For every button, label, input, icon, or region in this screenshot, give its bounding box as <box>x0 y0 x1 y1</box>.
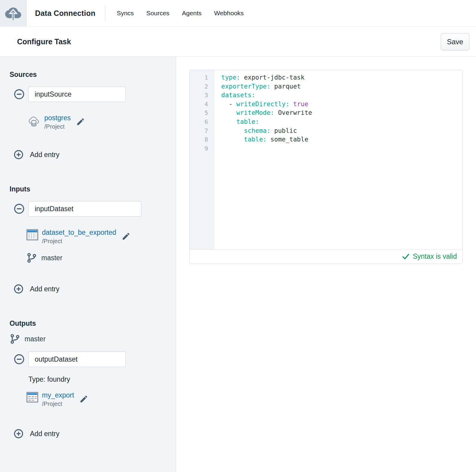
checkmark-icon <box>402 252 410 261</box>
export-dataset-icon <box>26 392 38 403</box>
plus-circle-icon <box>13 428 24 439</box>
source-resource-link[interactable]: postgres <box>44 114 71 122</box>
remove-source-button[interactable] <box>13 88 25 100</box>
dataset-table-icon <box>26 229 38 240</box>
add-source-label: Add entry <box>30 151 59 159</box>
app-logo[interactable] <box>0 0 27 26</box>
output-resource: my_export /Project <box>26 391 176 407</box>
nav-item-syncs[interactable]: Syncs <box>117 10 134 17</box>
edit-input-button[interactable] <box>122 232 131 242</box>
yaml-editor: 1type: export-jdbc-task2exporterType: pa… <box>189 70 463 264</box>
pencil-icon <box>122 232 131 241</box>
line-number: 9 <box>190 144 214 153</box>
input-branch-label: master <box>41 254 62 262</box>
nav-item-agents[interactable]: Agents <box>182 10 201 17</box>
add-input-button[interactable]: Add entry <box>13 284 59 294</box>
code-line: 3datasets: <box>190 91 462 100</box>
input-resource-text: dataset_to_be_exported /Project <box>42 229 116 245</box>
edit-output-button[interactable] <box>79 395 88 404</box>
code-line: 5 writeMode: Overwrite <box>190 109 462 118</box>
yaml-editor-body[interactable]: 1type: export-jdbc-task2exporterType: pa… <box>190 70 462 249</box>
header-divider <box>105 5 105 22</box>
output-type-label: Type: foundry <box>28 375 176 383</box>
line-number: 1 <box>190 73 214 82</box>
git-branch-icon <box>10 334 20 344</box>
editor-status-bar: Syntax is valid <box>190 249 462 264</box>
cloud-upload-icon <box>5 5 21 22</box>
plus-circle-icon <box>13 284 24 294</box>
source-resource-text: postgres /Project <box>44 114 71 130</box>
code-line: 1type: export-jdbc-task <box>190 73 462 82</box>
app-title: Data Connection <box>35 9 95 18</box>
plus-circle-icon <box>13 149 24 160</box>
source-resource-path: /Project <box>44 123 71 130</box>
source-cloud-database-icon <box>26 115 41 128</box>
output-entry-row <box>10 351 176 367</box>
page-title: Configure Task <box>17 37 71 46</box>
syntax-status-text: Syntax is valid <box>413 252 457 261</box>
add-source-button[interactable]: Add entry <box>13 149 59 160</box>
add-output-label: Add entry <box>30 430 59 438</box>
line-number: 3 <box>190 91 214 100</box>
code-line: 8 table: some_table <box>190 135 462 144</box>
code-line-content: writeMode: Overwrite <box>214 109 312 118</box>
code-line-content: table: <box>214 118 259 127</box>
input-entry-row <box>10 201 176 217</box>
output-name-input[interactable] <box>28 351 126 367</box>
minus-circle-icon <box>13 88 25 100</box>
input-resource-path: /Project <box>42 238 116 245</box>
output-branch-label: master <box>25 335 46 343</box>
code-line-content: type: export-jdbc-task <box>214 73 304 82</box>
edit-source-button[interactable] <box>76 117 85 127</box>
inputs-heading: Inputs <box>10 185 176 193</box>
sources-heading: Sources <box>10 71 176 79</box>
remove-output-button[interactable] <box>13 353 25 365</box>
pencil-icon <box>79 395 88 404</box>
code-line: 2exporterType: parquet <box>190 82 462 91</box>
code-line-content <box>214 144 221 153</box>
source-entry-row <box>10 86 176 102</box>
output-resource-path: /Project <box>42 401 74 407</box>
save-button[interactable]: Save <box>441 33 469 50</box>
line-number: 8 <box>190 135 214 144</box>
outputs-heading: Outputs <box>10 319 176 328</box>
minus-circle-icon <box>13 203 25 215</box>
main-panel: 1type: export-jdbc-task2exporterType: pa… <box>176 57 476 472</box>
line-number: 2 <box>190 82 214 91</box>
input-name-input[interactable] <box>28 201 141 217</box>
top-nav: Syncs Sources Agents Webhooks <box>117 10 244 17</box>
code-line-content: table: some_table <box>214 135 308 144</box>
code-lines: 1type: export-jdbc-task2exporterType: pa… <box>190 70 462 153</box>
code-line: 6 table: <box>190 118 462 127</box>
pencil-icon <box>76 117 85 126</box>
app-header: Data Connection Syncs Sources Agents Web… <box>0 0 476 27</box>
line-number: 5 <box>190 109 214 118</box>
minus-circle-icon <box>13 353 25 365</box>
task-config-sidebar: Sources postgres /Project <box>0 57 176 472</box>
git-branch-icon <box>26 252 37 263</box>
input-branch-row: master <box>26 252 176 263</box>
line-number: 4 <box>190 100 214 109</box>
source-name-input[interactable] <box>28 86 126 102</box>
line-number: 7 <box>190 127 214 135</box>
code-line: 9 <box>190 144 462 153</box>
add-output-button[interactable]: Add entry <box>13 428 59 439</box>
input-resource: dataset_to_be_exported /Project <box>26 229 176 245</box>
code-line-content: exporterType: parquet <box>214 82 301 91</box>
code-line: 7 schema: public <box>190 127 462 135</box>
page-toolbar: Configure Task Save <box>0 27 476 57</box>
code-line: 4 - writeDirectly: true <box>190 100 462 109</box>
nav-item-webhooks[interactable]: Webhooks <box>214 10 244 17</box>
code-line-content: datasets: <box>214 91 255 100</box>
line-number: 6 <box>190 118 214 127</box>
input-resource-link[interactable]: dataset_to_be_exported <box>42 229 116 237</box>
code-line-content: schema: public <box>214 127 297 135</box>
nav-item-sources[interactable]: Sources <box>146 10 169 17</box>
source-resource: postgres /Project <box>26 114 176 130</box>
output-resource-text: my_export /Project <box>42 391 74 407</box>
output-resource-link[interactable]: my_export <box>42 391 74 399</box>
code-line-content: - writeDirectly: true <box>214 100 308 109</box>
remove-input-button[interactable] <box>13 203 25 215</box>
output-branch-row: master <box>10 334 176 344</box>
add-input-label: Add entry <box>30 285 59 293</box>
